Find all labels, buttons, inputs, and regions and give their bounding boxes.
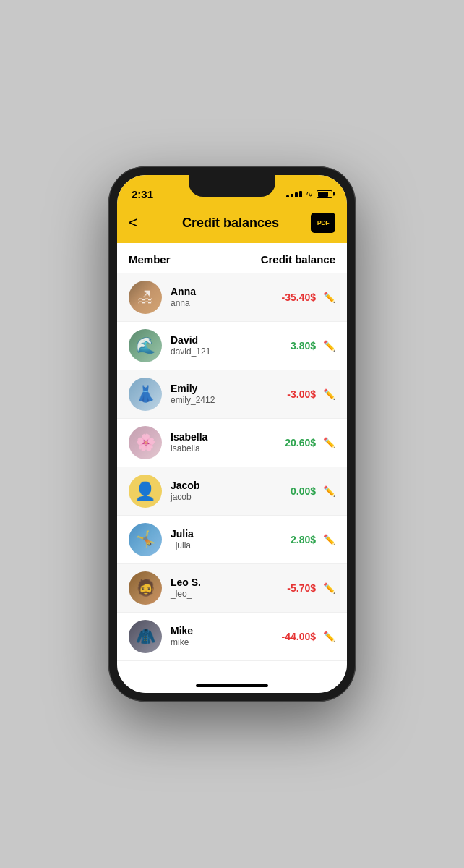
avatar-image: 🏖 bbox=[129, 281, 162, 314]
back-button[interactable]: < bbox=[129, 213, 150, 232]
member-info: Mike mike_ bbox=[171, 624, 272, 649]
member-name: Julia bbox=[171, 527, 272, 540]
balance-amount: -3.00$ bbox=[272, 388, 316, 400]
edit-button[interactable]: ✏️ bbox=[323, 534, 335, 545]
home-indicator bbox=[117, 678, 347, 693]
balance-area: 0.00$ ✏️ bbox=[272, 485, 335, 497]
table-row: 🌸 Isabella isabella 20.60$ ✏️ bbox=[117, 419, 347, 467]
notch bbox=[189, 175, 275, 197]
member-info: Anna anna bbox=[171, 285, 272, 310]
avatar: 🏖 bbox=[129, 281, 162, 314]
page-title: Credit balances bbox=[182, 216, 279, 231]
balance-area: 3.80$ ✏️ bbox=[272, 340, 335, 352]
member-username: isabella bbox=[171, 443, 272, 455]
members-list: 🏖 Anna anna -35.40$ ✏️ 🌊 David david_121… bbox=[117, 273, 347, 661]
phone-screen: 2:31 ∿ < Credit balances PDF bbox=[117, 175, 347, 693]
balance-amount: 0.00$ bbox=[272, 485, 316, 497]
member-name: Jacob bbox=[171, 479, 272, 492]
table-row: 👤 Jacob jacob 0.00$ ✏️ bbox=[117, 467, 347, 516]
avatar-image: 🤸 bbox=[129, 523, 162, 556]
avatar: 👤 bbox=[129, 475, 162, 508]
member-name: Leo S. bbox=[171, 576, 272, 589]
app-header: < Credit balances PDF bbox=[117, 207, 347, 243]
avatar: 🤸 bbox=[129, 523, 162, 556]
avatar: 🌊 bbox=[129, 329, 162, 362]
balance-area: -35.40$ ✏️ bbox=[272, 292, 335, 303]
table-header: Member Credit balance bbox=[117, 243, 347, 273]
balance-area: -44.00$ ✏️ bbox=[272, 631, 335, 642]
member-username: anna bbox=[171, 298, 272, 310]
table-row: 🌊 David david_121 3.80$ ✏️ bbox=[117, 322, 347, 370]
member-info: Emily emily_2412 bbox=[171, 382, 272, 407]
member-username: david_121 bbox=[171, 346, 272, 358]
member-username: _julia_ bbox=[171, 540, 272, 552]
avatar-image: 🌸 bbox=[129, 426, 162, 459]
member-info: David david_121 bbox=[171, 333, 272, 358]
edit-button[interactable]: ✏️ bbox=[323, 582, 335, 594]
table-row: 👗 Emily emily_2412 -3.00$ ✏️ bbox=[117, 370, 347, 419]
edit-button[interactable]: ✏️ bbox=[323, 388, 335, 400]
balance-amount: 3.80$ bbox=[272, 340, 316, 352]
member-info: Leo S. _leo_ bbox=[171, 576, 272, 600]
avatar-image: 🌊 bbox=[129, 329, 162, 362]
balance-amount: 2.80$ bbox=[272, 534, 316, 545]
member-username: emily_2412 bbox=[171, 395, 272, 407]
signal-icon bbox=[286, 191, 302, 197]
phone-frame: 2:31 ∿ < Credit balances PDF bbox=[108, 166, 356, 702]
member-name: Anna bbox=[171, 285, 272, 298]
member-info: Isabella isabella bbox=[171, 430, 272, 455]
pdf-button[interactable]: PDF bbox=[311, 213, 335, 233]
table-row: 🧔 Leo S. _leo_ -5.70$ ✏️ bbox=[117, 564, 347, 613]
avatar: 🌸 bbox=[129, 426, 162, 459]
table-row: 🏖 Anna anna -35.40$ ✏️ bbox=[117, 273, 347, 322]
status-time: 2:31 bbox=[132, 188, 153, 200]
battery-icon bbox=[317, 190, 332, 198]
avatar: 🧔 bbox=[129, 571, 162, 605]
status-icons: ∿ bbox=[286, 189, 332, 199]
member-info: Jacob jacob bbox=[171, 479, 272, 503]
avatar-image: 👗 bbox=[129, 378, 162, 411]
wifi-icon: ∿ bbox=[306, 189, 313, 199]
member-username: mike_ bbox=[171, 637, 272, 649]
sum-row: Sum -60.90$ bbox=[117, 667, 347, 678]
member-name: Mike bbox=[171, 624, 272, 637]
table-row: 🤸 Julia _julia_ 2.80$ ✏️ bbox=[117, 516, 347, 564]
balance-amount: -44.00$ bbox=[272, 631, 316, 642]
content-area: Member Credit balance 🏖 Anna anna -35.40… bbox=[117, 243, 347, 678]
balance-area: 20.60$ ✏️ bbox=[272, 437, 335, 448]
member-name: David bbox=[171, 333, 272, 346]
avatar: 🧥 bbox=[129, 620, 162, 653]
edit-button[interactable]: ✏️ bbox=[323, 631, 335, 642]
balance-area: -5.70$ ✏️ bbox=[272, 582, 335, 594]
col-header-balance: Credit balance bbox=[261, 253, 335, 265]
balance-area: -3.00$ ✏️ bbox=[272, 388, 335, 400]
balance-area: 2.80$ ✏️ bbox=[272, 534, 335, 545]
balance-amount: -35.40$ bbox=[272, 292, 316, 303]
edit-button[interactable]: ✏️ bbox=[323, 485, 335, 497]
pdf-label: PDF bbox=[317, 219, 330, 226]
home-bar bbox=[196, 684, 268, 687]
member-name: Isabella bbox=[171, 430, 272, 443]
member-info: Julia _julia_ bbox=[171, 527, 272, 552]
edit-button[interactable]: ✏️ bbox=[323, 437, 335, 448]
member-username: jacob bbox=[171, 492, 272, 503]
edit-button[interactable]: ✏️ bbox=[323, 340, 335, 352]
table-row: 🧥 Mike mike_ -44.00$ ✏️ bbox=[117, 613, 347, 661]
member-name: Emily bbox=[171, 382, 272, 395]
avatar: 👗 bbox=[129, 378, 162, 411]
person-icon: 👤 bbox=[134, 481, 156, 501]
col-header-member: Member bbox=[129, 253, 171, 265]
avatar-image: 🧔 bbox=[129, 571, 162, 605]
avatar-image: 🧥 bbox=[129, 620, 162, 653]
balance-amount: -5.70$ bbox=[272, 582, 316, 594]
balance-amount: 20.60$ bbox=[272, 437, 316, 448]
member-username: _leo_ bbox=[171, 589, 272, 600]
edit-button[interactable]: ✏️ bbox=[323, 292, 335, 303]
